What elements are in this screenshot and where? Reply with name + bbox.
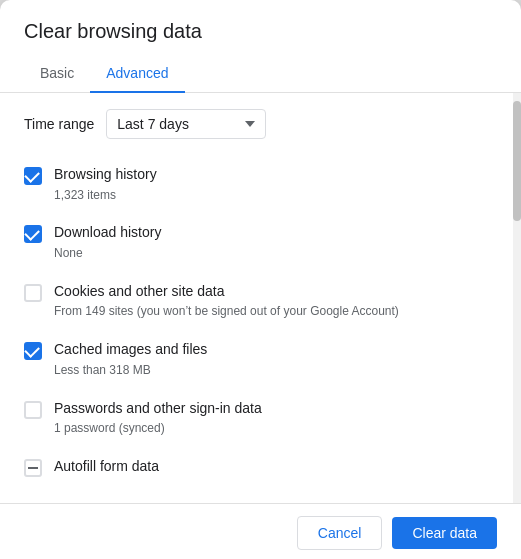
checkbox-browsing-history[interactable] — [24, 167, 42, 185]
checkbox-autofill[interactable] — [24, 459, 42, 477]
label-cookies: Cookies and other site data — [54, 282, 489, 302]
clear-browsing-data-dialog: Clear browsing data Basic Advanced Time … — [0, 0, 521, 559]
label-autofill: Autofill form data — [54, 457, 489, 477]
sublabel-browsing-history: 1,323 items — [54, 187, 489, 204]
sublabel-cached-images: Less than 318 MB — [54, 362, 489, 379]
tab-advanced[interactable]: Advanced — [90, 55, 184, 93]
clear-data-button[interactable]: Clear data — [392, 517, 497, 549]
label-download-history: Download history — [54, 223, 489, 243]
tab-basic[interactable]: Basic — [24, 55, 90, 93]
checkbox-icon-browsing-history[interactable] — [24, 167, 42, 185]
scrollable-content: Time range Last 7 days Last hour Last 24… — [0, 93, 513, 503]
time-range-row: Time range Last 7 days Last hour Last 24… — [24, 109, 489, 139]
checkbox-cookies[interactable] — [24, 284, 42, 302]
action-bar: Cancel Clear data — [0, 503, 521, 559]
sublabel-passwords: 1 password (synced) — [54, 420, 489, 437]
scrollbar-thumb[interactable] — [513, 101, 521, 221]
checkbox-icon-download-history[interactable] — [24, 225, 42, 243]
scrollbar-track[interactable] — [513, 93, 521, 503]
checkbox-cached-images[interactable] — [24, 342, 42, 360]
sublabel-download-history: None — [54, 245, 489, 262]
time-range-label: Time range — [24, 116, 94, 132]
label-cached-images: Cached images and files — [54, 340, 489, 360]
item-passwords: Passwords and other sign-in data 1 passw… — [24, 389, 489, 447]
checkbox-passwords[interactable] — [24, 401, 42, 419]
item-autofill: Autofill form data — [24, 447, 489, 487]
checkbox-icon-passwords[interactable] — [24, 401, 42, 419]
label-passwords: Passwords and other sign-in data — [54, 399, 489, 419]
sublabel-cookies: From 149 sites (you won’t be signed out … — [54, 303, 489, 320]
cancel-button[interactable]: Cancel — [297, 516, 383, 550]
item-cookies: Cookies and other site data From 149 sit… — [24, 272, 489, 330]
tabs-bar: Basic Advanced — [0, 55, 521, 93]
checkbox-icon-cached-images[interactable] — [24, 342, 42, 360]
item-cached-images: Cached images and files Less than 318 MB — [24, 330, 489, 388]
checkbox-download-history[interactable] — [24, 225, 42, 243]
item-download-history: Download history None — [24, 213, 489, 271]
dialog-title: Clear browsing data — [0, 0, 521, 55]
item-browsing-history: Browsing history 1,323 items — [24, 155, 489, 213]
content-area: Time range Last 7 days Last hour Last 24… — [0, 93, 521, 503]
label-browsing-history: Browsing history — [54, 165, 489, 185]
checkbox-icon-cookies[interactable] — [24, 284, 42, 302]
checkbox-icon-autofill[interactable] — [24, 459, 42, 477]
time-range-select[interactable]: Last 7 days Last hour Last 24 hours Last… — [106, 109, 266, 139]
